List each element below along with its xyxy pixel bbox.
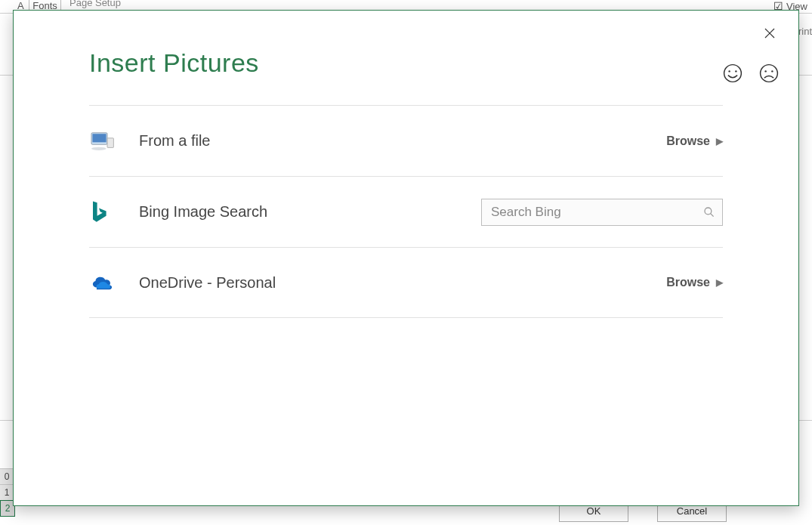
- ribbon-page-setup-label: Page Setup: [69, 0, 121, 8]
- computer-icon: [89, 131, 125, 152]
- close-icon: [763, 26, 776, 40]
- source-onedrive-label: OneDrive - Personal: [139, 274, 456, 292]
- svg-point-5: [761, 65, 778, 82]
- bing-search-input[interactable]: [489, 204, 702, 221]
- smile-icon: [722, 63, 743, 84]
- source-row-file[interactable]: From a file Browse ▶: [89, 105, 723, 176]
- ribbon-right-trunc: rint: [798, 26, 812, 37]
- browse-label: Browse: [666, 276, 710, 289]
- dialog-title: Insert Pictures: [89, 48, 723, 78]
- dialog-body: Insert Pictures From a file Browse ▶: [89, 48, 723, 490]
- svg-point-4: [735, 70, 736, 72]
- search-icon[interactable]: [702, 205, 716, 219]
- source-bing-label: Bing Image Search: [139, 203, 456, 221]
- bing-icon: [89, 200, 125, 224]
- svg-point-2: [724, 65, 742, 82]
- onedrive-icon: [89, 274, 125, 291]
- svg-rect-9: [92, 134, 106, 142]
- feedback-buttons: [721, 62, 780, 85]
- browse-label: Browse: [666, 134, 710, 148]
- feedback-happy-button[interactable]: [721, 62, 744, 85]
- close-button[interactable]: [756, 20, 783, 47]
- frown-icon: [758, 63, 780, 84]
- svg-rect-10: [107, 137, 113, 147]
- chevron-right-icon: ▶: [716, 277, 723, 288]
- bing-search-box[interactable]: [481, 199, 723, 226]
- svg-point-12: [705, 208, 712, 215]
- svg-point-7: [771, 70, 773, 72]
- feedback-sad-button[interactable]: [758, 62, 780, 85]
- svg-point-6: [764, 70, 766, 72]
- browse-onedrive-button[interactable]: Browse ▶: [666, 276, 723, 289]
- insert-pictures-dialog: Insert Pictures From a file Browse ▶: [13, 10, 799, 506]
- browse-file-button[interactable]: Browse ▶: [666, 134, 723, 148]
- svg-line-13: [711, 213, 714, 216]
- svg-point-11: [91, 147, 107, 150]
- source-row-bing[interactable]: Bing Image Search: [89, 176, 723, 247]
- chevron-right-icon: ▶: [716, 136, 723, 147]
- source-file-label: From a file: [139, 132, 456, 150]
- source-row-onedrive[interactable]: OneDrive - Personal Browse ▶: [89, 247, 723, 318]
- svg-point-3: [728, 70, 730, 72]
